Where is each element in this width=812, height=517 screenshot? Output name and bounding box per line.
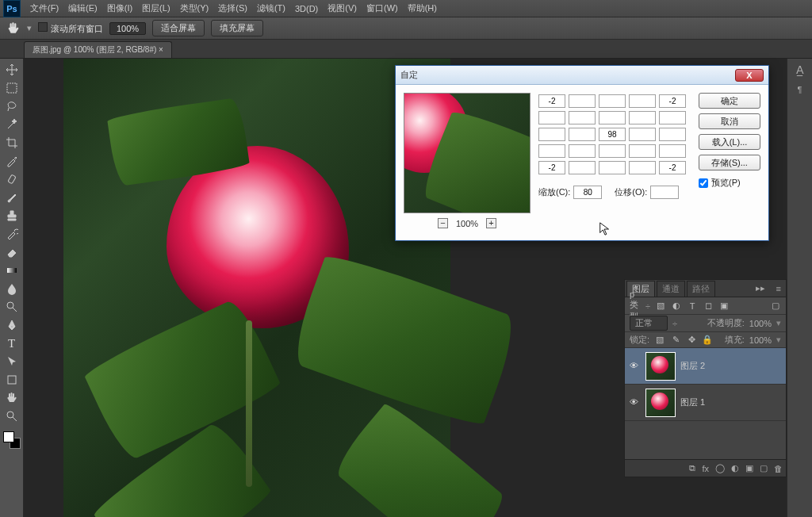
m-3-3[interactable] [629,144,656,158]
blend-mode-select[interactable]: 正常 [630,316,668,331]
move-tool-icon[interactable] [3,62,21,78]
m-2-1[interactable] [569,128,596,141]
hand-tool-icon-2[interactable] [3,390,21,406]
layer-row[interactable]: 👁 图层 1 [625,385,786,421]
menu-3d[interactable]: 3D(D) [290,2,323,15]
m-4-2[interactable] [599,161,626,174]
filter-adjust-icon[interactable]: ◐ [671,301,682,312]
brush-tool-icon[interactable] [3,190,21,205]
adjust-icon[interactable]: ◐ [731,463,739,473]
new-layer-icon[interactable]: ▢ [760,463,768,473]
filter-pixel-icon[interactable]: ▧ [655,301,666,312]
visibility-icon[interactable]: 👁 [630,397,641,408]
char-panel-icon[interactable]: A̲ [796,63,804,77]
m-0-2[interactable] [599,94,626,108]
marquee-tool-icon[interactable] [3,80,21,96]
tab-paths[interactable]: 路径 [687,281,715,297]
eyedropper-tool-icon[interactable] [3,153,21,169]
m-0-4[interactable] [659,94,686,108]
visibility-icon[interactable]: 👁 [630,361,641,372]
menu-file[interactable]: 文件(F) [25,1,63,16]
offset-input[interactable] [650,186,679,199]
stamp-tool-icon[interactable] [3,208,21,224]
blur-tool-icon[interactable] [3,281,21,297]
opacity-value[interactable]: 100% [749,319,772,328]
lock-all-icon[interactable]: 🔒 [702,335,713,346]
filter-shape-icon[interactable]: ◻ [703,301,714,312]
m-0-0[interactable] [538,94,565,108]
paragraph-panel-icon[interactable]: ¶ [798,85,802,94]
menu-select[interactable]: 选择(S) [213,1,252,16]
menu-help[interactable]: 帮助(H) [403,1,442,16]
layer-thumb[interactable] [645,389,676,417]
layer-thumb[interactable] [645,352,676,381]
m-1-4[interactable] [659,111,686,124]
m-4-4[interactable] [659,161,686,174]
layer-name[interactable]: 图层 2 [680,360,705,372]
dialog-titlebar[interactable]: 自定 X [396,66,768,85]
filter-toggle-icon[interactable]: ▢ [770,301,781,312]
eraser-tool-icon[interactable] [3,244,21,260]
m-2-2[interactable] [599,128,626,141]
m-2-3[interactable] [629,128,656,141]
m-3-0[interactable] [538,144,565,158]
preview-image[interactable] [404,93,530,213]
heal-tool-icon[interactable] [3,171,21,187]
fit-screen-button[interactable]: 适合屏幕 [152,20,205,36]
history-brush-tool-icon[interactable] [3,226,21,242]
crop-tool-icon[interactable] [3,135,21,151]
dropdown-icon[interactable]: ▾ [27,23,32,33]
scroll-all-checkbox[interactable]: 滚动所有窗口 [38,22,103,35]
zoom-out-button[interactable]: − [438,218,448,228]
layer-row[interactable]: 👁 图层 2 [625,348,786,385]
close-button[interactable]: X [735,69,764,82]
preview-checkbox[interactable]: 预览(P) [699,177,760,189]
m-2-4[interactable] [659,128,686,141]
scale-input[interactable] [573,186,602,199]
cancel-button[interactable]: 取消 [699,113,760,129]
type-tool-icon[interactable]: T [3,335,21,351]
m-3-1[interactable] [569,144,596,158]
m-4-1[interactable] [569,161,596,174]
m-0-3[interactable] [629,94,656,108]
kind-filter[interactable]: p 类型 [630,301,641,312]
m-1-2[interactable] [599,111,626,124]
wand-tool-icon[interactable] [3,117,21,132]
m-0-1[interactable] [569,94,596,108]
fx-icon[interactable]: fx [702,464,709,473]
m-1-1[interactable] [569,111,596,124]
mask-icon[interactable]: ◯ [715,463,725,473]
collapse-icon[interactable]: ▸▸ [751,281,770,295]
save-button[interactable]: 存储(S)... [699,155,760,170]
delete-icon[interactable]: 🗑 [774,464,783,473]
menu-edit[interactable]: 编辑(E) [63,1,102,16]
tab-channels[interactable]: 通道 [657,281,685,297]
fill-value[interactable]: 100% [749,335,772,345]
m-3-4[interactable] [659,144,686,158]
filter-smart-icon[interactable]: ▣ [718,301,730,312]
m-1-3[interactable] [629,111,656,124]
gradient-tool-icon[interactable] [3,262,21,278]
m-3-2[interactable] [599,144,626,158]
m-1-0[interactable] [538,111,565,124]
color-swatch[interactable] [3,431,21,449]
pen-tool-icon[interactable] [3,317,21,333]
ok-button[interactable]: 确定 [699,93,760,109]
load-button[interactable]: 载入(L)... [699,134,760,150]
menu-window[interactable]: 窗口(W) [362,1,403,16]
lock-paint-icon[interactable]: ✎ [670,335,681,346]
group-icon[interactable]: ▣ [745,463,753,473]
menu-view[interactable]: 视图(V) [323,1,362,16]
shape-tool-icon[interactable] [3,372,21,388]
menu-type[interactable]: 类型(Y) [175,1,214,16]
layer-name[interactable]: 图层 1 [680,396,705,408]
lasso-tool-icon[interactable] [3,98,21,114]
document-tab[interactable]: 原图.jpg @ 100% (图层 2, RGB/8#) × [24,41,172,58]
menu-filter[interactable]: 滤镜(T) [252,1,290,16]
m-4-3[interactable] [629,161,656,174]
dodge-tool-icon[interactable] [3,299,21,315]
zoom-value[interactable]: 100% [109,22,146,35]
zoom-in-button[interactable]: + [486,218,496,228]
menu-layer[interactable]: 图层(L) [137,1,174,16]
filter-type-icon[interactable]: T [687,301,698,312]
